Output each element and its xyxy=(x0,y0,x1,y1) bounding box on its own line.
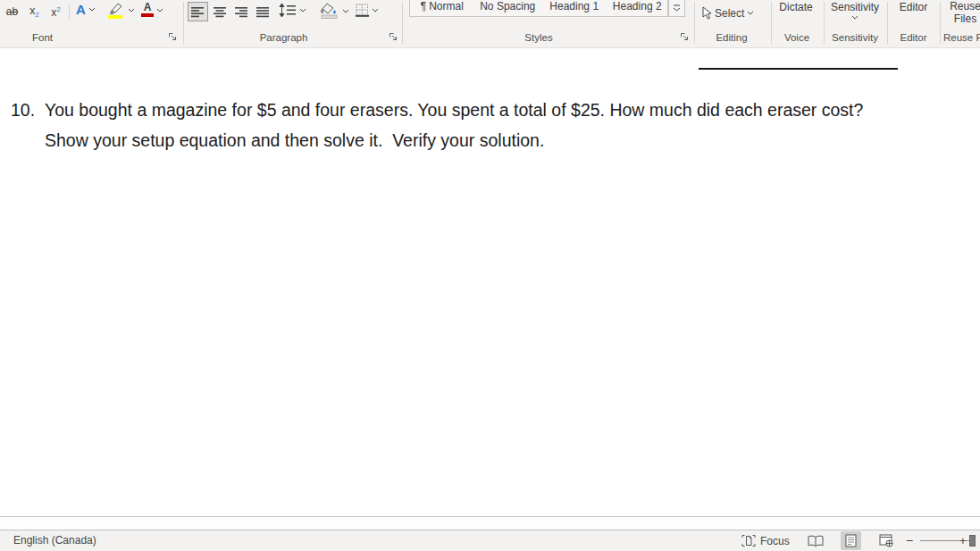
chevron-down-icon xyxy=(156,8,163,13)
font-dialog-launcher-icon[interactable] xyxy=(168,32,179,43)
line-spacing-icon xyxy=(279,4,297,17)
zoom-in-button[interactable]: + xyxy=(959,530,967,551)
paragraph-group-label: Paragraph xyxy=(241,31,326,45)
question-10: 10. You bought a magazine for $5 and fou… xyxy=(11,96,898,155)
highlight-color-button[interactable] xyxy=(106,2,135,19)
web-layout-icon xyxy=(879,534,893,547)
dictate-button[interactable]: Dictate xyxy=(770,1,822,13)
paragraph-dialog-launcher-icon[interactable] xyxy=(389,32,399,43)
align-right-icon xyxy=(235,6,248,18)
font-color-icon: A xyxy=(141,3,154,17)
borders-icon xyxy=(356,4,369,17)
print-layout-button[interactable] xyxy=(841,531,861,550)
styles-gallery: ¶ Normal No Spacing Heading 1 Heading 2 xyxy=(409,0,668,17)
highlighter-icon xyxy=(106,2,125,19)
cursor-arrow-icon xyxy=(701,6,712,20)
style-heading-2[interactable]: Heading 2 xyxy=(607,0,667,16)
document-page[interactable]: 10. You bought a magazine for $5 and fou… xyxy=(0,49,980,516)
zoom-out-button[interactable]: − xyxy=(906,530,913,551)
subscript-icon: x2 xyxy=(29,5,38,19)
question-text[interactable]: You bought a magazine for $5 and four er… xyxy=(45,96,898,155)
horizontal-scrollbar[interactable] xyxy=(0,516,980,530)
chevron-down-icon xyxy=(88,7,96,12)
focus-icon xyxy=(741,534,756,547)
status-bar: English (Canada) Focus xyxy=(0,530,980,551)
chevron-down-icon xyxy=(128,8,135,13)
focus-button[interactable]: Focus xyxy=(741,530,790,551)
divider xyxy=(887,2,888,44)
borders-button[interactable] xyxy=(356,4,379,17)
reuse-files-group-label: Reuse Fi xyxy=(943,31,980,45)
paint-bucket-icon xyxy=(320,3,339,19)
editor-group-label: Editor xyxy=(889,31,938,45)
styles-group-label: Styles xyxy=(498,31,579,45)
align-center-button[interactable] xyxy=(210,2,230,21)
align-center-icon xyxy=(214,6,227,18)
editor-button[interactable]: Editor xyxy=(889,1,938,13)
sensitivity-button[interactable]: Sensitivity xyxy=(823,1,887,13)
editing-group-label: Editing xyxy=(695,31,768,45)
chevron-down-icon xyxy=(342,9,349,13)
line-spacing-button[interactable] xyxy=(279,4,306,17)
select-button[interactable]: Select xyxy=(701,6,754,20)
strikethrough-icon: ab xyxy=(6,6,18,17)
chevron-down-icon xyxy=(747,11,754,15)
language-status[interactable]: English (Canada) xyxy=(13,530,96,551)
voice-group-label: Voice xyxy=(772,31,822,45)
align-left-button[interactable] xyxy=(188,2,208,21)
question-number: 10. xyxy=(11,96,45,155)
divider xyxy=(69,4,70,20)
gallery-more-icon xyxy=(673,4,681,13)
read-mode-icon xyxy=(808,535,824,547)
web-layout-button[interactable] xyxy=(875,531,896,550)
print-layout-icon xyxy=(845,534,857,547)
divider xyxy=(402,2,403,44)
shading-button[interactable] xyxy=(320,3,349,19)
chevron-down-icon xyxy=(299,8,306,13)
text-effects-button[interactable]: A xyxy=(76,3,96,16)
divider xyxy=(183,2,184,44)
reuse-files-button[interactable]: Reuse Files xyxy=(945,0,980,25)
sensitivity-group-label: Sensitivity xyxy=(825,31,885,45)
chevron-down-icon[interactable] xyxy=(851,15,859,20)
text-effects-icon: A xyxy=(76,3,86,16)
divider xyxy=(940,2,941,44)
zoom-slider-track[interactable] xyxy=(920,540,976,541)
ribbon: ab x2 x2 A A xyxy=(0,0,980,48)
justify-button[interactable] xyxy=(253,2,273,21)
justify-icon xyxy=(256,6,270,18)
superscript-button[interactable]: x2 xyxy=(46,2,66,21)
align-right-button[interactable] xyxy=(231,2,252,21)
answer-line[interactable] xyxy=(699,68,898,70)
strikethrough-button[interactable]: ab xyxy=(2,2,22,21)
style-heading-1[interactable]: Heading 1 xyxy=(541,0,607,16)
superscript-icon: x2 xyxy=(51,6,60,18)
styles-dialog-launcher-icon[interactable] xyxy=(680,32,691,43)
style-normal[interactable]: ¶ Normal xyxy=(410,0,474,16)
zoom-slider-thumb[interactable] xyxy=(969,535,976,547)
font-color-button[interactable]: A xyxy=(141,3,163,17)
subscript-button[interactable]: x2 xyxy=(24,2,45,21)
chevron-down-icon xyxy=(372,8,379,13)
word-window: ab x2 x2 A A xyxy=(0,0,980,551)
styles-gallery-more-button[interactable] xyxy=(668,0,685,17)
font-group-label: Font xyxy=(18,31,67,45)
read-mode-button[interactable] xyxy=(805,531,825,550)
align-left-icon xyxy=(191,6,205,18)
style-no-spacing[interactable]: No Spacing xyxy=(474,0,541,16)
